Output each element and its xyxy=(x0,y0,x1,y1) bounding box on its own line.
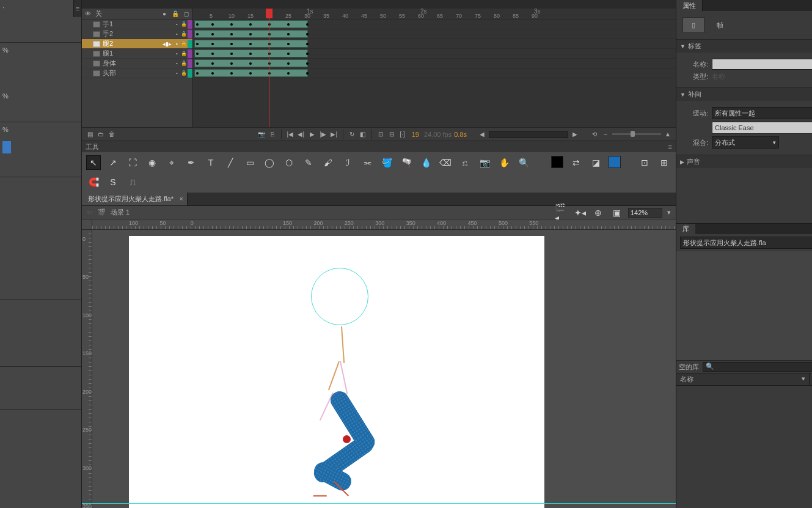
straighten-tool[interactable]: ⎍ xyxy=(126,175,139,189)
tween-section-header[interactable]: ▼补间 xyxy=(676,88,812,101)
layer-color-chip[interactable] xyxy=(188,50,192,58)
lock-icon[interactable]: 🔒 xyxy=(181,70,186,76)
current-frame-number[interactable]: 19 xyxy=(409,131,422,138)
visibility-dot[interactable]: • xyxy=(174,41,180,46)
magnet-tool[interactable]: 🧲 xyxy=(87,175,100,189)
close-tab-icon[interactable]: × xyxy=(180,195,183,202)
free-transform-tool[interactable]: ⛶ xyxy=(126,156,139,169)
lock-icon[interactable]: 🔒 xyxy=(181,41,186,46)
back-icon[interactable]: ⇦ xyxy=(87,208,92,216)
marker3-icon[interactable]: [·] xyxy=(398,130,407,139)
stroke-color-swatch[interactable] xyxy=(551,156,563,168)
zoom-level-input[interactable] xyxy=(628,208,662,218)
scene-name[interactable]: 场景 1 xyxy=(111,208,130,217)
camera-icon[interactable]: 📷 xyxy=(257,130,266,139)
panel-menu-icon[interactable]: ≡ xyxy=(668,143,672,150)
ease-type-select[interactable]: Classic Ease xyxy=(712,122,812,134)
lock-icon[interactable]: 🔒 xyxy=(181,21,186,27)
polystar-tool[interactable]: ⬡ xyxy=(282,156,296,169)
delete-layer-icon[interactable]: 🗑 xyxy=(108,130,116,139)
3d-rotate-tool[interactable]: ◉ xyxy=(145,156,159,169)
play-icon[interactable]: ▶ xyxy=(308,130,316,139)
attach-icon[interactable]: ⎘ xyxy=(268,130,277,139)
library-col-name[interactable]: 名称 xyxy=(680,375,693,384)
scroll-right-icon[interactable]: ▶ xyxy=(571,130,579,139)
next-frame-icon[interactable]: |▶ xyxy=(319,130,327,139)
new-folder-icon[interactable]: 🗀 xyxy=(97,130,105,139)
layer-row[interactable]: 腿2◂▮▸•🔒 xyxy=(82,39,192,49)
layer-color-chip[interactable] xyxy=(188,69,192,78)
color-swatch-selected[interactable] xyxy=(2,141,11,153)
layer-row[interactable]: 身体•🔒 xyxy=(82,59,192,68)
timeline-zoom-slider[interactable] xyxy=(612,133,661,135)
layer-row[interactable]: 头部•🔒 xyxy=(82,68,192,78)
bone-tool[interactable]: ⫘ xyxy=(360,156,374,169)
blend-select[interactable]: 分布式▾ xyxy=(712,136,779,149)
first-frame-icon[interactable]: |◀ xyxy=(286,130,294,139)
vertical-ruler[interactable]: 050100150200250300350 xyxy=(82,230,92,508)
marker-icon[interactable]: ⊡ xyxy=(376,130,385,139)
fps-display[interactable]: 24.00 fps xyxy=(424,131,452,138)
layer-row[interactable]: 腿1•🔒 xyxy=(82,49,192,59)
hand-tool[interactable]: ✋ xyxy=(497,156,511,169)
layer-row[interactable]: 手1•🔒 xyxy=(82,20,192,29)
default-colors-icon[interactable]: ◪ xyxy=(589,156,602,169)
document-tab[interactable]: 形状提示应用火柴人走路.fla* × xyxy=(82,193,188,205)
text-tool[interactable]: T xyxy=(204,156,218,169)
layer-color-chip[interactable] xyxy=(188,59,192,68)
lock-icon[interactable]: 🔒 xyxy=(181,51,186,56)
library-file-select[interactable]: 形状提示应用火柴人走路.fla▾ xyxy=(680,237,812,249)
width-tool[interactable]: ⎌ xyxy=(458,156,472,169)
label-section-header[interactable]: ▼标签 xyxy=(676,40,812,53)
options-icon[interactable]: ⊞ xyxy=(657,156,671,169)
swap-colors-icon[interactable]: ⇄ xyxy=(569,156,583,169)
eraser-tool[interactable]: ⌫ xyxy=(439,156,452,169)
marker2-icon[interactable]: ⊟ xyxy=(387,130,396,139)
playhead[interactable] xyxy=(269,9,269,127)
layer-color-chip[interactable] xyxy=(188,30,192,39)
frames-area[interactable]: 1s2s3s5101520253035404550556065707580859… xyxy=(193,9,676,127)
loop-icon[interactable]: ↻ xyxy=(348,130,356,139)
center-stage-icon[interactable]: ⊕ xyxy=(591,206,605,219)
smooth-tool[interactable]: S xyxy=(106,175,120,189)
library-search-input[interactable]: 🔍 xyxy=(703,362,812,372)
stage-canvas[interactable] xyxy=(129,236,544,508)
last-frame-icon[interactable]: ▶| xyxy=(330,130,338,139)
paint-brush-tool[interactable]: ℐ xyxy=(341,156,354,169)
properties-tab[interactable]: 属性 xyxy=(676,0,703,11)
onion-skin-icon[interactable]: ◧ xyxy=(359,130,367,139)
lock-toggle-all-icon[interactable]: 🔒 xyxy=(172,10,179,17)
lock-icon[interactable]: 🔒 xyxy=(181,61,186,66)
lasso-tool[interactable]: ⌖ xyxy=(165,156,178,169)
clip-content-icon[interactable]: ▣ xyxy=(610,206,623,219)
visibility-column-icon[interactable]: 👁 xyxy=(84,10,92,17)
sound-section-header[interactable]: ▶声音 xyxy=(676,155,812,168)
layer-color-chip[interactable] xyxy=(188,20,192,29)
eye-toggle-all-icon[interactable]: ● xyxy=(161,10,168,17)
selection-tool[interactable]: ↖ xyxy=(87,156,100,169)
scroll-left-icon[interactable]: ◀ xyxy=(478,130,486,139)
rectangle-tool[interactable]: ▭ xyxy=(243,156,257,169)
ease-target-select[interactable]: 所有属性一起▾ xyxy=(712,107,812,119)
visibility-dot[interactable]: • xyxy=(174,70,180,76)
oval-tool[interactable]: ◯ xyxy=(263,156,276,169)
line-tool[interactable]: ╱ xyxy=(224,156,237,169)
zoom-tool[interactable]: 🔍 xyxy=(517,156,530,169)
lock-icon[interactable]: 🔒 xyxy=(181,31,186,37)
layer-color-chip[interactable] xyxy=(188,40,192,48)
visibility-dot[interactable]: • xyxy=(174,21,180,27)
fill-color-swatch[interactable] xyxy=(609,156,621,168)
visibility-dot[interactable]: • xyxy=(174,51,180,56)
new-layer-icon[interactable]: ▤ xyxy=(86,130,94,139)
pencil-tool[interactable]: ✎ xyxy=(302,156,315,169)
outline-toggle-all-icon[interactable]: ◻ xyxy=(183,10,190,17)
pen-tool[interactable]: ✒ xyxy=(185,156,198,169)
camera-tool[interactable]: 📷 xyxy=(478,156,491,169)
stage[interactable]: 100500150200250300350400450500550 050100… xyxy=(82,219,676,508)
timeline-scrollbar[interactable] xyxy=(489,131,568,138)
horizontal-guide[interactable] xyxy=(82,503,676,504)
reset-zoom-icon[interactable]: ⟲ xyxy=(590,130,599,139)
visibility-dot[interactable]: • xyxy=(174,61,180,66)
edit-symbol-icon[interactable]: ✦◂ xyxy=(573,206,587,219)
fit-zoom-icon[interactable]: ▲ xyxy=(664,130,672,139)
